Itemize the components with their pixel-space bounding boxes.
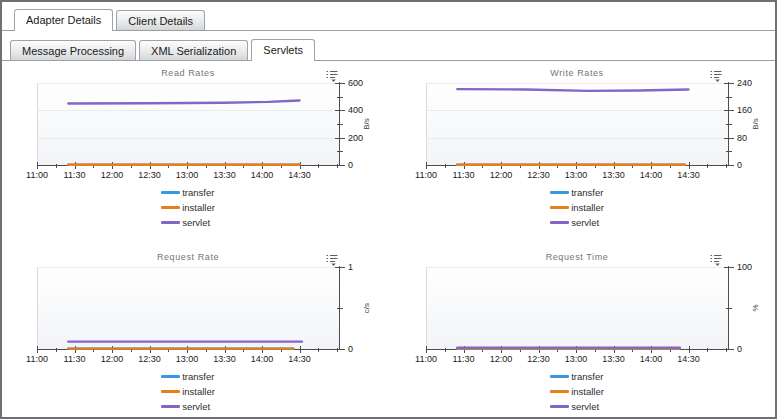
tab-servlets[interactable]: Servlets — [251, 39, 315, 61]
svg-text:14:00: 14:00 — [251, 170, 274, 180]
svg-text:0: 0 — [348, 160, 353, 170]
legend-line-swatch — [550, 191, 569, 194]
svg-text:14:30: 14:30 — [288, 354, 311, 364]
svg-text:11:30: 11:30 — [64, 170, 86, 180]
legend-label: transfer — [571, 187, 603, 198]
svg-text:14:00: 14:00 — [251, 354, 274, 364]
svg-text:600: 600 — [348, 78, 363, 88]
legend-line-swatch — [161, 191, 180, 194]
legend-menu-icon[interactable] — [326, 70, 339, 83]
primary-tabbar: Adapter Details Client Details — [2, 2, 775, 31]
legend-item-transfer[interactable]: transfer — [161, 369, 215, 384]
legend-menu-icon[interactable] — [326, 254, 339, 267]
chart-plot-area: 11:0011:3012:0012:3013:0013:3014:0014:30… — [391, 262, 777, 368]
legend-label: servlet — [571, 217, 599, 228]
svg-text:c/s: c/s — [362, 303, 371, 313]
svg-text:13:30: 13:30 — [213, 354, 236, 364]
legend-item-servlet[interactable]: servlet — [550, 215, 604, 230]
chart-plot-area: 11:0011:3012:0012:3013:0013:3014:0014:30… — [391, 78, 777, 184]
svg-text:11:00: 11:00 — [26, 354, 48, 364]
svg-text:12:00: 12:00 — [101, 354, 124, 364]
svg-text:11:30: 11:30 — [453, 354, 475, 364]
svg-text:14:00: 14:00 — [640, 354, 663, 364]
svg-text:160: 160 — [737, 105, 752, 115]
legend-line-swatch — [161, 221, 180, 224]
charts-grid: Read Rates 11:0011:3012:0012:3013:0013:3… — [2, 61, 775, 415]
chart-legend: transfer installer servlet — [2, 369, 374, 414]
svg-text:12:30: 12:30 — [527, 354, 550, 364]
svg-text:12:00: 12:00 — [490, 170, 513, 180]
svg-text:B/s: B/s — [362, 118, 371, 130]
legend-line-swatch — [550, 390, 569, 393]
chart-request-time: Request Time 11:0011:3012:0012:3013:0013… — [391, 247, 775, 415]
legend-item-installer[interactable]: installer — [550, 384, 604, 399]
svg-text:11:00: 11:00 — [415, 354, 437, 364]
svg-text:12:30: 12:30 — [138, 170, 161, 180]
legend-menu-icon[interactable] — [710, 254, 723, 267]
svg-text:1: 1 — [348, 262, 353, 272]
svg-text:13:00: 13:00 — [176, 354, 199, 364]
legend-line-swatch — [161, 405, 180, 408]
svg-text:12:00: 12:00 — [101, 170, 124, 180]
secondary-tabbar: Message Processing XML Serialization Ser… — [2, 37, 775, 61]
legend-label: servlet — [571, 401, 599, 412]
tab-adapter-details[interactable]: Adapter Details — [14, 9, 113, 31]
chart-title: Read Rates — [2, 68, 374, 78]
svg-text:12:00: 12:00 — [490, 354, 513, 364]
svg-text:12:30: 12:30 — [527, 170, 550, 180]
legend-label: servlet — [182, 217, 210, 228]
legend-label: transfer — [182, 371, 214, 382]
svg-text:0: 0 — [737, 160, 742, 170]
svg-text:11:30: 11:30 — [64, 354, 86, 364]
svg-text:%: % — [751, 304, 760, 311]
legend-line-swatch — [550, 405, 569, 408]
legend-menu-icon[interactable] — [710, 70, 723, 83]
chart-plot-area: 11:0011:3012:0012:3013:0013:3014:0014:30… — [2, 262, 390, 368]
legend-line-swatch — [161, 390, 180, 393]
tab-client-details[interactable]: Client Details — [116, 10, 205, 30]
legend-item-servlet[interactable]: servlet — [161, 399, 215, 414]
legend-label: servlet — [182, 401, 210, 412]
chart-read-rates: Read Rates 11:0011:3012:0012:3013:0013:3… — [2, 63, 391, 247]
legend-item-installer[interactable]: installer — [550, 200, 604, 215]
svg-text:100: 100 — [737, 262, 752, 272]
chart-plot-area: 11:0011:3012:0012:3013:0013:3014:0014:30… — [2, 78, 390, 184]
legend-item-installer[interactable]: installer — [161, 200, 215, 215]
legend-line-swatch — [161, 375, 180, 378]
svg-text:13:00: 13:00 — [565, 170, 588, 180]
svg-text:11:30: 11:30 — [453, 170, 475, 180]
chart-title: Request Rate — [2, 252, 374, 262]
svg-text:14:00: 14:00 — [640, 170, 663, 180]
chart-title: Request Time — [391, 252, 763, 262]
legend-line-swatch — [550, 375, 569, 378]
legend-label: installer — [571, 202, 604, 213]
legend-item-servlet[interactable]: servlet — [550, 399, 604, 414]
svg-text:12:30: 12:30 — [138, 354, 161, 364]
svg-text:11:00: 11:00 — [26, 170, 48, 180]
monitoring-panel: Adapter Details Client Details Message P… — [0, 0, 777, 419]
tab-message-processing[interactable]: Message Processing — [10, 40, 136, 60]
svg-text:13:00: 13:00 — [176, 170, 199, 180]
legend-label: transfer — [182, 187, 214, 198]
legend-item-transfer[interactable]: transfer — [550, 185, 604, 200]
svg-text:13:30: 13:30 — [602, 170, 625, 180]
legend-item-installer[interactable]: installer — [161, 384, 215, 399]
legend-label: installer — [571, 386, 604, 397]
legend-item-transfer[interactable]: transfer — [550, 369, 604, 384]
svg-text:240: 240 — [737, 78, 752, 88]
chart-title: Write Rates — [391, 68, 763, 78]
legend-line-swatch — [550, 206, 569, 209]
legend-label: installer — [182, 202, 215, 213]
svg-text:13:30: 13:30 — [213, 170, 236, 180]
svg-text:80: 80 — [737, 133, 747, 143]
chart-legend: transfer installer servlet — [391, 369, 763, 414]
svg-text:400: 400 — [348, 105, 363, 115]
svg-text:14:30: 14:30 — [677, 354, 700, 364]
chart-legend: transfer installer servlet — [2, 185, 374, 230]
svg-text:14:30: 14:30 — [677, 170, 700, 180]
tab-xml-serialization[interactable]: XML Serialization — [139, 40, 248, 60]
legend-label: transfer — [571, 371, 603, 382]
legend-item-transfer[interactable]: transfer — [161, 185, 215, 200]
legend-item-servlet[interactable]: servlet — [161, 215, 215, 230]
svg-text:13:00: 13:00 — [565, 354, 588, 364]
